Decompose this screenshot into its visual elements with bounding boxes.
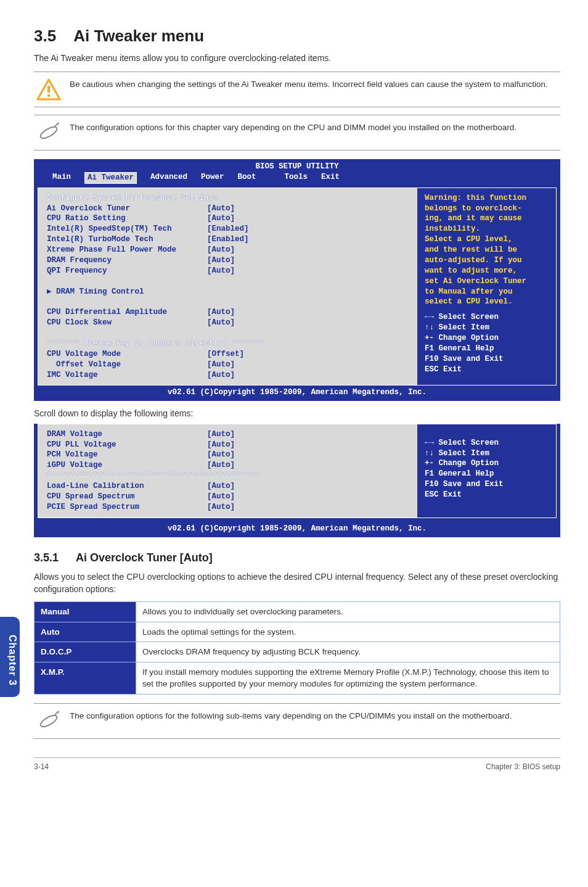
bios-item[interactable]: Xtreme Phase Full Power Mode[Auto] (47, 245, 409, 255)
bios-item[interactable]: CPU Ratio Setting[Auto] (47, 213, 409, 224)
subsection-number: 3.5.1 (34, 550, 59, 566)
note-callout-1: The configuration options for this chapt… (34, 115, 560, 151)
bios-tabs[interactable]: Main Ai Tweaker Advanced Power Boot Tool… (34, 172, 560, 188)
bios-item[interactable]: CPU PLL Voltage[Auto] (47, 440, 409, 450)
table-row: Auto Loads the optimal settings for the … (35, 622, 560, 642)
bios-item[interactable]: Offset Voltage[Auto] (47, 360, 409, 370)
bios-panel-scroll: DRAM Voltage[Auto] CPU PLL Voltage[Auto]… (34, 424, 560, 537)
scroll-down-icon[interactable]: ▼ (550, 505, 555, 515)
option-key: X.M.P. (35, 662, 136, 694)
bios-footer-2: v02.61 (C)Copyright 1985-2009, American … (34, 522, 560, 537)
bios-submenu[interactable]: DRAM Timing Control (47, 287, 409, 297)
subsection-heading: 3.5.1Ai Overclock Tuner [Auto] (34, 550, 560, 566)
svg-rect-2 (47, 94, 50, 97)
bios-item[interactable]: IMC Voltage[Auto] (47, 370, 409, 381)
table-row: Manual Allows you to individually set ov… (35, 602, 560, 622)
bios-title: BIOS SETUP UTILITY (34, 159, 560, 172)
note-text-2: The configuration options for the follow… (70, 710, 512, 722)
panel-heading: Configure System Performance Settings (47, 193, 409, 204)
tab-tools[interactable]: Tools (285, 172, 308, 184)
bios-help-pane-2: ▲ ←→ Select Screen ↑↓ Select Item +- Cha… (417, 424, 556, 518)
bios-item[interactable]: PCH Voltage[Auto] (47, 450, 409, 460)
bios-item[interactable]: CPU Spread Spectrum[Auto] (47, 492, 409, 502)
bios-item[interactable]: DRAM Voltage[Auto] (47, 429, 409, 440)
svg-rect-1 (47, 86, 50, 93)
page-footer: 3-14 Chapter 3: BIOS setup (34, 757, 560, 772)
section-title: Ai Tweaker menu (73, 27, 204, 45)
tab-exit[interactable]: Exit (321, 172, 340, 184)
warning-callout: Be cautious when changing the settings o… (34, 72, 560, 107)
bios-item[interactable]: CPU Differential Amplitude[Auto] (47, 307, 409, 318)
bios-item[interactable]: PCIE Spread Spectrum[Auto] (47, 502, 409, 513)
bios-footer: v02.61 (C)Copyright 1985-2009, American … (34, 386, 560, 401)
help-warning-title: Warning: this function (425, 193, 550, 204)
bios-settings-area-2[interactable]: DRAM Voltage[Auto] CPU PLL Voltage[Auto]… (38, 424, 417, 518)
bios-item[interactable]: iGPU Voltage[Auto] (47, 460, 409, 471)
scroll-up-icon[interactable]: ▲ (550, 191, 555, 201)
bios-item[interactable]: Intel(R) SpeedStep(TM) Tech[Enabled] (47, 224, 409, 234)
svg-point-3 (39, 125, 59, 140)
warning-icon (36, 78, 61, 101)
section-heading: 3.5Ai Tweaker menu (34, 25, 560, 48)
bios-hint: ******* Please key in numbers directly! … (47, 339, 409, 349)
bios-item[interactable]: Ai Overclock Tuner[Auto] (47, 204, 409, 214)
tab-ai-tweaker[interactable]: Ai Tweaker (84, 172, 137, 184)
option-key: D.O.C.P (35, 642, 136, 662)
tab-main[interactable]: Main (52, 172, 71, 184)
subsection-desc: Allows you to select the CPU overclockin… (34, 571, 560, 596)
options-table: Manual Allows you to individually set ov… (34, 601, 560, 695)
scroll-up-icon[interactable]: ▲ (550, 426, 555, 436)
note-icon (36, 710, 61, 732)
note-callout-2: The configuration options for the follow… (34, 703, 560, 739)
bios-item[interactable]: Load-Line Calibration[Auto] (47, 481, 409, 492)
option-key: Manual (35, 602, 136, 622)
note-text-1: The configuration options for this chapt… (70, 122, 517, 134)
scroll-note: Scroll down to display the following ite… (34, 407, 560, 419)
scroll-down-icon[interactable]: ▼ (550, 345, 555, 356)
page-number: 3-14 (34, 762, 49, 772)
section-number: 3.5 (34, 25, 56, 48)
note-icon (36, 122, 61, 144)
help-warning-body: belongs to overclock- ing, and it may ca… (425, 204, 550, 308)
help-keys-2: ←→ Select Screen ↑↓ Select Item +- Chang… (425, 438, 550, 500)
table-row: X.M.P. If you install memory modules sup… (35, 662, 560, 694)
option-value: Overclocks DRAM frequency by adjusting B… (136, 642, 560, 662)
bios-body: Configure System Performance Settings Ai… (38, 188, 557, 386)
help-keys: ←→ Select Screen ↑↓ Select Item +- Chang… (425, 312, 550, 374)
svg-point-5 (39, 713, 59, 728)
warning-text: Be cautious when changing the settings o… (70, 78, 548, 91)
intro-text: The Ai Tweaker menu items allow you to c… (34, 52, 560, 64)
bios-panel-main: BIOS SETUP UTILITY Main Ai Tweaker Advan… (34, 159, 560, 401)
bios-settings-area[interactable]: Configure System Performance Settings Ai… (38, 188, 417, 386)
bios-item[interactable]: Intel(R) TurboMode Tech[Enabled] (47, 234, 409, 245)
bios-divider: ****************************************… (47, 471, 409, 481)
bios-item[interactable]: DRAM Frequency[Auto] (47, 255, 409, 266)
option-value: If you install memory modules supporting… (136, 662, 560, 694)
bios-item[interactable]: QPI Frequency[Auto] (47, 266, 409, 276)
tab-power[interactable]: Power (201, 172, 224, 184)
page-chapter-label: Chapter 3: BIOS setup (486, 762, 560, 772)
chapter-tab: Chapter 3 (0, 617, 20, 697)
bios-item[interactable]: CPU Clock Skew[Auto] (47, 318, 409, 328)
bios-body-2: DRAM Voltage[Auto] CPU PLL Voltage[Auto]… (38, 424, 557, 518)
subsection-title: Ai Overclock Tuner [Auto] (76, 551, 213, 564)
table-row: D.O.C.P Overclocks DRAM frequency by adj… (35, 642, 560, 662)
option-value: Allows you to individually set overclock… (136, 602, 560, 622)
tab-advanced[interactable]: Advanced (150, 172, 187, 184)
bios-help-pane: ▲ Warning: this function belongs to over… (417, 188, 556, 386)
option-value: Loads the optimal settings for the syste… (136, 622, 560, 642)
tab-boot[interactable]: Boot (238, 172, 256, 184)
option-key: Auto (35, 622, 136, 642)
bios-item[interactable]: CPU Voltage Mode[Offset] (47, 349, 409, 360)
